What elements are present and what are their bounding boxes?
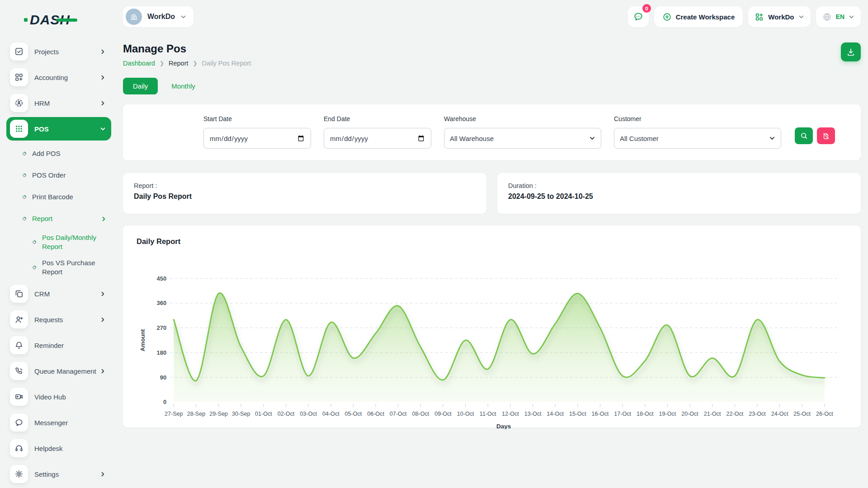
- topbar: WorkDo 0 Create Workspace WorkDo: [123, 6, 861, 27]
- topbar-actions: 0 Create Workspace WorkDo EN: [628, 6, 861, 27]
- language-selector[interactable]: EN: [816, 6, 861, 27]
- workdo-menu-button[interactable]: WorkDo: [748, 6, 810, 27]
- svg-text:16-Oct: 16-Oct: [592, 411, 609, 417]
- start-date-label: Start Date: [203, 115, 311, 122]
- svg-text:08-Oct: 08-Oct: [412, 411, 429, 417]
- requests-icon: [10, 310, 28, 328]
- svg-text:90: 90: [160, 374, 167, 381]
- reminder-icon: [10, 336, 28, 354]
- bullet-icon: [32, 265, 37, 270]
- svg-text:30-Sep: 30-Sep: [232, 411, 250, 417]
- report-tabs: Daily Monthly: [123, 78, 861, 94]
- chevron-down-icon: [849, 14, 854, 20]
- create-workspace-label: Create Workspace: [676, 13, 735, 21]
- breadcrumb-dashboard[interactable]: Dashboard: [123, 60, 155, 67]
- search-icon: [800, 132, 808, 140]
- workspace-name: WorkDo: [147, 13, 175, 21]
- accounting-icon: [10, 68, 28, 86]
- svg-text:21-Oct: 21-Oct: [704, 411, 721, 417]
- svg-text:04-Oct: 04-Oct: [322, 411, 340, 417]
- crm-icon: [10, 285, 28, 303]
- notification-badge: 0: [642, 4, 651, 13]
- start-date-field-group: Start Date: [203, 115, 311, 149]
- sidebar-subitem-pos-vs-purchase-report[interactable]: Pos VS Purchase Report: [33, 255, 111, 280]
- x-axis: 27-Sep28-Sep29-Sep30-Sep01-Oct02-Oct03-O…: [165, 404, 833, 417]
- breadcrumb-report[interactable]: Report: [169, 60, 189, 67]
- sidebar-item-settings[interactable]: Settings: [6, 462, 111, 486]
- svg-text:450: 450: [156, 275, 166, 282]
- workspace-selector[interactable]: WorkDo: [123, 6, 193, 27]
- workdo-menu-label: WorkDo: [768, 13, 794, 21]
- main-area: WorkDo 0 Create Workspace WorkDo: [117, 0, 868, 488]
- bullet-icon: [32, 239, 37, 244]
- helpdesk-icon: [10, 439, 28, 457]
- duration-summary-card: Duration : 2024-09-25 to 2024-10-25: [497, 173, 861, 214]
- svg-text:18-Oct: 18-Oct: [637, 411, 654, 417]
- chevron-right-icon: [100, 291, 106, 297]
- tab-monthly[interactable]: Monthly: [171, 82, 195, 90]
- video-icon: [10, 388, 28, 406]
- search-button[interactable]: [795, 127, 813, 144]
- svg-text:360: 360: [156, 300, 166, 306]
- report-summary-card: Report : Daily Pos Report: [123, 173, 486, 214]
- svg-text:17-Oct: 17-Oct: [614, 411, 631, 417]
- sidebar-item-helpdesk[interactable]: Helpdesk: [6, 436, 111, 460]
- sidebar-item-reminder[interactable]: Reminder: [6, 333, 111, 357]
- svg-text:25-Oct: 25-Oct: [793, 411, 811, 417]
- chevron-right-icon: [100, 75, 106, 80]
- grid-plus-icon: [755, 12, 764, 22]
- sidebar-item-video-hub[interactable]: Video Hub: [6, 385, 111, 408]
- chevron-down-icon: [798, 14, 804, 20]
- create-workspace-button[interactable]: Create Workspace: [654, 6, 743, 27]
- chevron-right-icon: [100, 100, 106, 106]
- sidebar-subitem-report[interactable]: Report: [23, 208, 111, 230]
- sidebar-item-accounting[interactable]: Accounting: [6, 66, 111, 89]
- svg-text:270: 270: [156, 324, 166, 331]
- sidebar-subitem-pos-order[interactable]: POS Order: [23, 164, 111, 186]
- chevron-right-icon: ❯: [160, 60, 164, 66]
- sidebar-item-projects[interactable]: Projects: [6, 40, 111, 63]
- sidebar-item-messenger[interactable]: Messenger: [6, 411, 111, 434]
- chevron-right-icon: [100, 317, 106, 323]
- svg-text:27-Sep: 27-Sep: [165, 411, 183, 417]
- sidebar-subitem-print-barcode[interactable]: Print Barcode: [23, 186, 111, 208]
- breadcrumb: Dashboard ❯ Report ❯ Daily Pos Report: [123, 60, 251, 67]
- svg-text:13-Oct: 13-Oct: [524, 411, 542, 417]
- duration-value: 2024-09-25 to 2024-10-25: [508, 192, 850, 201]
- tab-daily[interactable]: Daily: [123, 78, 158, 94]
- customer-select[interactable]: All Customer: [614, 128, 781, 149]
- filter-card: Start Date End Date Warehouse All Wareho…: [123, 104, 861, 160]
- bullet-icon: [22, 216, 27, 221]
- sidebar-item-pos[interactable]: POS: [6, 117, 111, 141]
- customer-label: Customer: [614, 115, 781, 122]
- svg-text:14-Oct: 14-Oct: [547, 411, 564, 417]
- bullet-icon: [22, 151, 27, 156]
- report-label: Report :: [134, 182, 476, 189]
- start-date-input[interactable]: [203, 128, 311, 149]
- sidebar-item-hrm[interactable]: HRM: [6, 91, 111, 115]
- svg-text:0: 0: [163, 399, 166, 405]
- svg-text:01-Oct: 01-Oct: [255, 411, 272, 417]
- brand-logo[interactable]: DASH: [6, 7, 111, 33]
- svg-text:03-Oct: 03-Oct: [300, 411, 317, 417]
- svg-text:09-Oct: 09-Oct: [434, 411, 452, 417]
- svg-text:05-Oct: 05-Oct: [345, 411, 362, 417]
- svg-text:24-Oct: 24-Oct: [771, 411, 788, 417]
- sidebar-subitem-pos-daily-monthly-report[interactable]: Pos Daily/Monthly Report: [33, 230, 111, 255]
- sidebar-subitem-add-pos[interactable]: Add POS: [23, 143, 111, 164]
- download-button[interactable]: [841, 42, 861, 61]
- pos-icon: [10, 120, 28, 138]
- sidebar-item-crm[interactable]: CRM: [6, 282, 111, 305]
- svg-text:07-Oct: 07-Oct: [390, 411, 407, 417]
- end-date-input[interactable]: [324, 128, 431, 149]
- chevron-right-icon: [100, 471, 106, 477]
- reset-filter-button[interactable]: [817, 127, 835, 144]
- sidebar-item-requests[interactable]: Requests: [6, 308, 111, 331]
- chat-icon: [633, 11, 644, 22]
- globe-icon: [822, 12, 832, 22]
- hrm-icon: [10, 94, 28, 112]
- sidebar-item-queue-management[interactable]: Queue Management: [6, 359, 111, 383]
- messages-button[interactable]: 0: [628, 6, 649, 27]
- warehouse-select[interactable]: All Warehouse: [444, 128, 601, 149]
- queue-icon: [10, 362, 28, 380]
